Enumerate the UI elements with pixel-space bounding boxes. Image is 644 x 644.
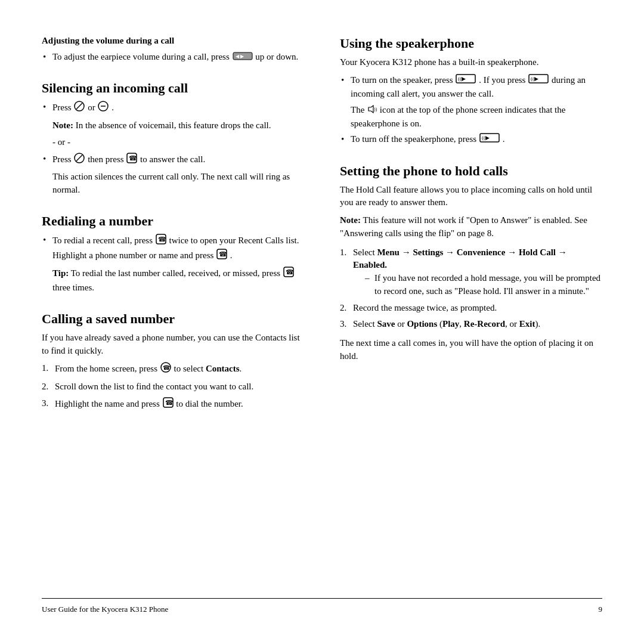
text: Highlight the name and press [55, 399, 162, 408]
svg-text:☎: ☎ [158, 236, 166, 243]
tip-block: Tip: To redial the last number called, r… [42, 267, 304, 295]
text: to answer the call. [140, 154, 205, 164]
section-title-saved-number: Calling a saved number [42, 311, 304, 327]
step-num: 2. [340, 302, 346, 315]
list-item: To adjust the earpiece volume during a c… [42, 51, 304, 64]
list-item: To redial a recent call, press ☎ twice t… [42, 234, 304, 264]
step-num: 1. [340, 246, 346, 259]
svg-text:☎: ☎ [219, 250, 227, 258]
section-saved-number: Calling a saved number If you have alrea… [42, 311, 304, 412]
text: up or down. [255, 52, 298, 61]
silence-call-list2: Press then press ☎ [42, 153, 304, 168]
section-speakerphone: Using the speakerphone Your Kyocera K312… [340, 36, 602, 147]
svg-text:◀ ▶: ◀ ▶ [236, 54, 244, 59]
section-title-adjust-volume: Adjusting the volume during a call [42, 36, 304, 46]
spk-small-icon: )) [367, 104, 377, 117]
silence-note: This action silences the current call on… [42, 171, 304, 197]
text: . [230, 250, 233, 260]
text: . [503, 134, 505, 144]
text: . If you press [479, 75, 528, 85]
hold-calls-intro: The Hold Call feature allows you to plac… [340, 184, 602, 210]
tip-text: To redial the last number called, receiv… [71, 268, 283, 278]
svg-text:((▶: ((▶ [531, 76, 538, 82]
footer-left: User Guide for the Kyocera K312 Phone [42, 605, 168, 614]
text: The [351, 105, 367, 114]
svg-text:☎: ☎ [163, 364, 170, 371]
text: To turn off the speakerphone, press [351, 134, 479, 144]
speakerphone-list: To turn on the speaker, press ((▶ . If y… [340, 74, 602, 101]
section-title-speakerphone: Using the speakerphone [340, 36, 602, 51]
footer-right: 9 [599, 605, 603, 614]
step-num: 3. [340, 318, 346, 331]
section-title-hold-calls: Setting the phone to hold calls [340, 163, 602, 179]
text: To turn on the speaker, press [351, 75, 455, 85]
saved-number-steps: 1. From the home screen, press ☎ to sele… [42, 362, 304, 411]
end-icon [98, 101, 109, 116]
list-item: Press or [42, 101, 304, 116]
speakerphone-intro: Your Kyocera K312 phone has a built-in s… [340, 56, 602, 69]
send-icon3: ☎ [216, 249, 227, 264]
section-adjust-volume: Adjusting the volume during a call To ad… [42, 36, 304, 64]
svg-line-7 [76, 155, 82, 161]
text: Scroll down the list to find the contact… [55, 382, 253, 391]
speaker-icon2: ((▶ [528, 74, 549, 88]
main-content: Adjusting the volume during a call To ad… [42, 36, 602, 592]
page-footer: User Guide for the Kyocera K312 Phone 9 [42, 598, 602, 614]
silence-call-list: Press or [42, 101, 304, 116]
sub-bullet: If you have not recorded a hold message,… [353, 272, 602, 298]
svg-line-3 [76, 103, 82, 109]
svg-text:((▶: ((▶ [458, 76, 466, 82]
list-item: Press then press ☎ [42, 153, 304, 168]
step-num: 3. [42, 397, 48, 410]
hold-note-block: Note: This feature will not work if "Ope… [340, 214, 602, 240]
list-item: 3. Highlight the name and press ☎ to dia… [42, 397, 304, 412]
send-icon: ☎ [126, 153, 137, 168]
list-item: To turn on the speaker, press ((▶ . If y… [340, 74, 602, 101]
or-divider: - or - [42, 136, 304, 149]
text: This action silences the current call on… [52, 172, 290, 194]
text: Press [52, 103, 73, 112]
list-item: 3. Select Save or Options (Play, Re-Reco… [340, 318, 602, 331]
list-item: 2. Record the message twice, as prompted… [340, 302, 602, 315]
spk-note: The )) icon at the top of the phone scre… [340, 104, 602, 130]
text: to dial the number. [176, 399, 243, 408]
text: or [88, 103, 97, 112]
send-icon4: ☎ [283, 267, 294, 281]
text: From the home screen, press [55, 364, 160, 373]
mute-icon2 [74, 153, 85, 168]
text: Record the message twice, as prompted. [353, 303, 497, 312]
text: Press [52, 154, 73, 164]
hold-note-text: This feature will not work if "Open to A… [340, 215, 587, 238]
note-text: In the absence of voicemail, this featur… [76, 120, 271, 130]
tip-text2: three times. [52, 283, 94, 292]
text: To adjust the earpiece volume during a c… [52, 52, 232, 61]
step-num: 1. [42, 362, 48, 375]
text: . [112, 103, 114, 112]
list-item: 1. From the home screen, press ☎ to sele… [42, 362, 304, 377]
right-column: Using the speakerphone Your Kyocera K312… [334, 36, 602, 592]
volume-icon: ◀ ▶ [233, 51, 253, 64]
svg-text:☎: ☎ [286, 268, 294, 275]
adjust-volume-list: To adjust the earpiece volume during a c… [42, 51, 304, 64]
text: to select Contacts. [174, 364, 242, 373]
list-item: 1. Select Menu → Settings → Convenience … [340, 246, 602, 298]
text: icon at the top of the phone screen indi… [351, 105, 565, 128]
hold-steps: 1. Select Menu → Settings → Convenience … [340, 246, 602, 332]
svg-marker-24 [369, 106, 373, 113]
list-item: 2. Scroll down the list to find the cont… [42, 380, 304, 394]
note-label: Note: [52, 120, 73, 130]
mute-icon [74, 101, 85, 116]
send-icon5: ☎ [163, 397, 174, 412]
left-column: Adjusting the volume during a call To ad… [42, 36, 310, 592]
svg-text:((▶: ((▶ [482, 135, 490, 141]
contacts-icon: ☎ [160, 362, 171, 377]
redial-list: To redial a recent call, press ☎ twice t… [42, 234, 304, 264]
speaker-icon3: ((▶ [479, 133, 500, 147]
text: Select Menu → Settings → Convenience → H… [353, 247, 567, 270]
section-silence-call: Silencing an incoming call Press or [42, 80, 304, 197]
page: Adjusting the volume during a call To ad… [0, 0, 644, 644]
svg-text:☎: ☎ [165, 399, 174, 406]
section-title-redial: Redialing a number [42, 213, 304, 229]
section-hold-calls: Setting the phone to hold calls The Hold… [340, 163, 602, 363]
step-num: 2. [42, 380, 48, 394]
